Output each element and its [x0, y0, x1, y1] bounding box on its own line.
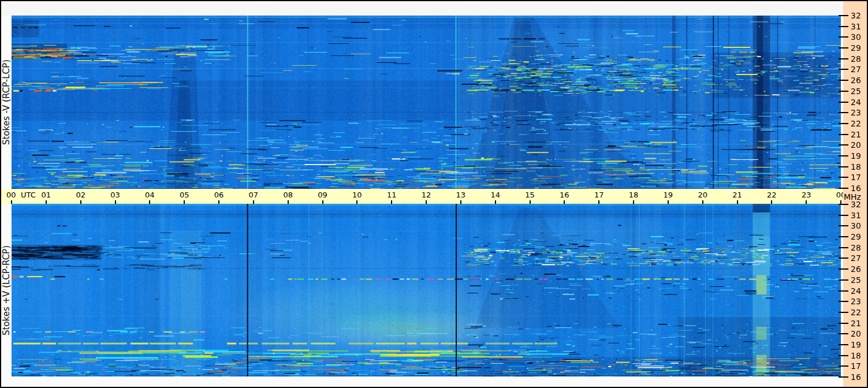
freq-tick — [839, 365, 848, 367]
time-tick — [806, 200, 807, 204]
freq-tick — [839, 333, 848, 334]
time-tick-label-3: 03 — [110, 191, 120, 199]
app-window: AJ4CO Observatory 07 Oct 2024 - DPS on T… — [0, 0, 868, 388]
time-tick — [80, 200, 81, 204]
time-tick — [495, 200, 496, 204]
freq-tick-label-top-24: 24 — [851, 98, 861, 107]
time-tick-label-5: 05 — [180, 191, 189, 199]
freq-tick — [839, 91, 848, 92]
time-tick — [46, 200, 47, 204]
time-tick — [149, 200, 150, 204]
time-tick — [11, 200, 12, 204]
freq-tick-label-top-29: 29 — [851, 43, 861, 53]
spectrogram-stokes-minus-v — [12, 16, 841, 189]
panel-label-stokes-minus-v: Stokes -V (RCP-LCP) — [1, 59, 12, 145]
freq-tick — [839, 15, 848, 16]
freq-tick-label-bottom-26: 26 — [851, 264, 861, 274]
time-tick-label-9: 09 — [318, 191, 327, 199]
freq-tick — [839, 376, 848, 378]
time-tick — [598, 200, 599, 204]
freq-tick-label-bottom-21: 21 — [851, 319, 861, 328]
time-tick — [771, 200, 772, 204]
time-tick — [218, 200, 219, 204]
time-tick — [391, 200, 392, 204]
time-tick-label-21: 21 — [732, 191, 742, 199]
freq-tick-label-bottom-20: 20 — [851, 329, 861, 338]
panel-label-stokes-plus-v: Stokes +V (LCP-RCP) — [1, 245, 12, 335]
freq-tick — [839, 258, 848, 259]
freq-tick — [839, 344, 848, 345]
freq-tick — [839, 58, 848, 59]
freq-tick — [839, 247, 848, 248]
time-tick — [737, 200, 738, 204]
time-tick-label-19: 19 — [664, 191, 673, 199]
time-tick — [530, 200, 531, 204]
time-tick-label-8: 08 — [283, 191, 293, 199]
time-tick-label-18: 18 — [629, 191, 639, 199]
time-tick — [322, 200, 323, 204]
freq-tick-label-bottom-29: 29 — [851, 232, 861, 241]
freq-tick — [839, 236, 848, 237]
time-tick — [184, 200, 185, 204]
freq-tick-label-bottom-19: 19 — [851, 340, 861, 349]
time-tick-label-16: 16 — [560, 191, 569, 199]
title-bar: AJ4CO Observatory 07 Oct 2024 - DPS on T… — [1, 1, 843, 16]
freq-tick-label-bottom-28: 28 — [851, 243, 861, 252]
time-tick-label-4: 04 — [145, 191, 155, 199]
freq-tick-label-bottom-30: 30 — [851, 221, 861, 230]
time-tick-label-14: 14 — [490, 191, 500, 199]
freq-tick — [839, 166, 848, 167]
freq-tick — [839, 47, 848, 48]
freq-tick — [839, 80, 848, 81]
freq-tick-label-top-28: 28 — [851, 54, 861, 64]
time-tick — [426, 200, 427, 204]
freq-tick — [839, 69, 848, 70]
time-tick — [460, 200, 461, 204]
freq-tick-label-bottom-31: 31 — [851, 211, 861, 220]
freq-tick-label-bottom-18: 18 — [851, 351, 861, 360]
freq-tick-label-bottom-27: 27 — [851, 253, 861, 263]
time-tick — [288, 200, 289, 204]
time-tick-label-22: 22 — [767, 191, 777, 199]
freq-tick — [839, 177, 848, 178]
freq-tick-label-bottom-24: 24 — [851, 286, 861, 296]
freq-tick-label-top-30: 30 — [851, 32, 861, 42]
time-tick — [115, 200, 116, 204]
freq-tick-label-top-16: 16 — [851, 184, 861, 193]
time-tick — [564, 200, 565, 204]
freq-tick — [839, 268, 848, 270]
freq-tick-label-top-22: 22 — [851, 119, 861, 128]
freq-tick-label-top-27: 27 — [851, 65, 861, 74]
time-tick — [702, 200, 703, 204]
freq-tick — [839, 323, 848, 324]
time-tick-label-23: 23 — [802, 191, 811, 199]
time-tick-label-0: 00 — [6, 191, 16, 199]
freq-tick — [839, 290, 848, 292]
freq-tick — [839, 144, 848, 146]
freq-tick-label-top-25: 25 — [851, 87, 861, 96]
freq-tick — [839, 134, 848, 135]
freq-tick — [839, 102, 848, 103]
freq-tick — [839, 215, 848, 216]
freq-tick-label-top-26: 26 — [851, 76, 861, 85]
spectrogram-stokes-plus-v — [12, 204, 841, 376]
time-tick-label-12: 12 — [422, 191, 431, 199]
time-tick-label-15: 15 — [525, 191, 535, 199]
freq-tick-label-top-18: 18 — [851, 162, 861, 171]
freq-tick-label-bottom-16: 16 — [851, 372, 861, 382]
time-tick-label-20: 20 — [698, 191, 707, 199]
freq-tick — [839, 204, 848, 205]
freq-tick — [839, 225, 848, 226]
freq-tick-label-bottom-17: 17 — [851, 361, 861, 371]
time-tick-label-1: 01 — [42, 191, 51, 199]
freq-tick — [839, 123, 848, 124]
time-tick-label-6: 06 — [214, 191, 224, 199]
freq-tick-label-bottom-32: 32 — [851, 200, 861, 209]
time-tick — [668, 200, 669, 204]
utc-unit-label: UTC — [21, 191, 36, 199]
time-tick — [253, 200, 254, 204]
time-tick-label-7: 07 — [249, 191, 259, 199]
freq-tick-label-top-21: 21 — [851, 130, 861, 139]
freq-tick-label-bottom-25: 25 — [851, 275, 861, 285]
time-tick-label-11: 11 — [387, 191, 397, 199]
